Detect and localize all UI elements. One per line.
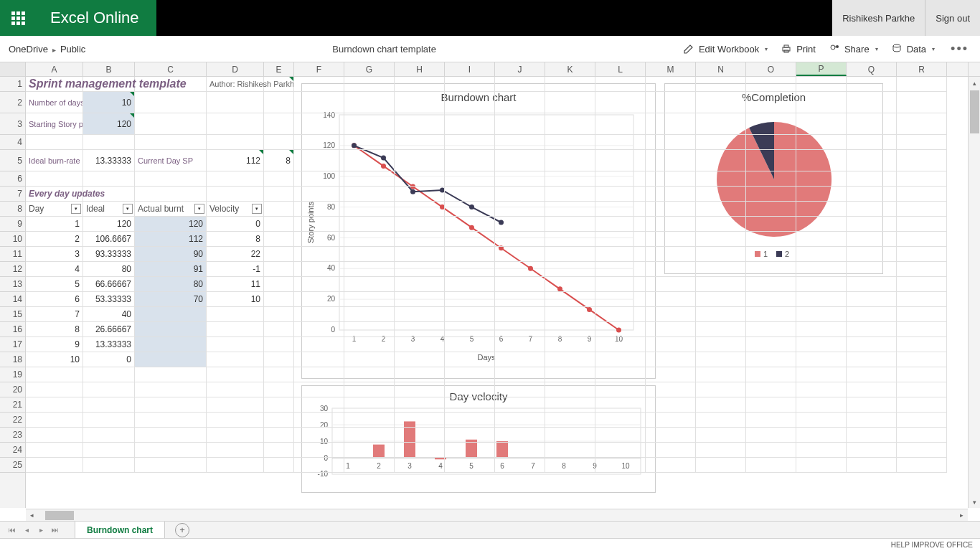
cell-K14[interactable]: [545, 292, 595, 307]
cell-N10[interactable]: [696, 232, 746, 247]
cell-F12[interactable]: [294, 262, 344, 277]
cell-C21[interactable]: [135, 397, 207, 413]
cell-N7[interactable]: [696, 187, 746, 202]
cell-M5[interactable]: [646, 150, 696, 171]
cell-R18[interactable]: [897, 352, 947, 367]
cell-R14[interactable]: [897, 292, 947, 307]
cell-R21[interactable]: [897, 397, 947, 413]
ideal-7[interactable]: 40: [83, 307, 135, 322]
cell-N20[interactable]: [696, 382, 746, 397]
cell-I5[interactable]: [445, 150, 495, 171]
cell-K13[interactable]: [545, 277, 595, 292]
cell-N17[interactable]: [696, 337, 746, 352]
cell-Q6[interactable]: [847, 171, 897, 187]
cell-O7[interactable]: [746, 187, 796, 202]
cell-E3[interactable]: [264, 113, 294, 135]
cell-Q5[interactable]: [847, 150, 897, 171]
cell-O24[interactable]: [746, 443, 796, 458]
cell-F23[interactable]: [294, 428, 344, 443]
column-header-A[interactable]: A: [26, 62, 83, 76]
cell-P21[interactable]: [796, 397, 847, 413]
cell-Q17[interactable]: [847, 337, 897, 352]
day-7[interactable]: 7: [26, 307, 83, 322]
cell-P1[interactable]: [796, 77, 847, 92]
cell-G22[interactable]: [344, 413, 395, 428]
cell-Q10[interactable]: [847, 232, 897, 247]
cell-N8[interactable]: [696, 202, 746, 217]
spreadsheet-grid[interactable]: Burndown chart: [26, 77, 980, 508]
cell-O17[interactable]: [746, 337, 796, 352]
cell-O11[interactable]: [746, 247, 796, 262]
cell-P17[interactable]: [796, 337, 847, 352]
column-header-K[interactable]: K: [545, 62, 595, 76]
cell-Q1[interactable]: [847, 77, 897, 92]
cell-Q18[interactable]: [847, 352, 897, 367]
velocity-3[interactable]: 22: [207, 247, 264, 262]
cell-C25[interactable]: [135, 458, 207, 473]
ideal-4[interactable]: 80: [83, 262, 135, 277]
cell-N11[interactable]: [696, 247, 746, 262]
cell-L7[interactable]: [595, 187, 646, 202]
cell-H13[interactable]: [395, 277, 445, 292]
velocity-6[interactable]: 10: [207, 292, 264, 307]
cell-R22[interactable]: [897, 413, 947, 428]
column-header-E[interactable]: E: [264, 62, 294, 76]
actual-9[interactable]: [135, 337, 207, 352]
cell-J21[interactable]: [495, 397, 545, 413]
cell-J15[interactable]: [495, 307, 545, 322]
cell-M16[interactable]: [646, 322, 696, 337]
cell-L16[interactable]: [595, 322, 646, 337]
cell-J22[interactable]: [495, 413, 545, 428]
cell-I21[interactable]: [445, 397, 495, 413]
row-header-3[interactable]: 3: [0, 113, 25, 135]
cell-I6[interactable]: [445, 171, 495, 187]
cell-E25[interactable]: [264, 458, 294, 473]
cell-A19[interactable]: [26, 367, 83, 382]
cell-H19[interactable]: [395, 367, 445, 382]
cell-Q25[interactable]: [847, 458, 897, 473]
cell-O1[interactable]: [746, 77, 796, 92]
cell-G21[interactable]: [344, 397, 395, 413]
cell-M19[interactable]: [646, 367, 696, 382]
cell-R8[interactable]: [897, 202, 947, 217]
cell-N16[interactable]: [696, 322, 746, 337]
cell-O5[interactable]: [746, 150, 796, 171]
cell-N3[interactable]: [696, 113, 746, 135]
cell-E16[interactable]: [264, 322, 294, 337]
cell-K16[interactable]: [545, 322, 595, 337]
cell-E22[interactable]: [264, 413, 294, 428]
cell-L14[interactable]: [595, 292, 646, 307]
cell-Q2[interactable]: [847, 92, 897, 113]
cell-Q14[interactable]: [847, 292, 897, 307]
cell-N24[interactable]: [696, 443, 746, 458]
cell-H15[interactable]: [395, 307, 445, 322]
cell-J17[interactable]: [495, 337, 545, 352]
sheet-last-button[interactable]: ⏭: [49, 524, 62, 537]
filter-button[interactable]: ▾: [71, 204, 81, 214]
cell-L24[interactable]: [595, 443, 646, 458]
cell-J9[interactable]: [495, 217, 545, 232]
cell-A24[interactable]: [26, 443, 83, 458]
velocity-4[interactable]: -1: [207, 262, 264, 277]
cell-P22[interactable]: [796, 413, 847, 428]
row-header-13[interactable]: 13: [0, 277, 25, 292]
actual-3[interactable]: 90: [135, 247, 207, 262]
cell-O14[interactable]: [746, 292, 796, 307]
sheet-first-button[interactable]: ⏮: [6, 524, 19, 537]
cell-M24[interactable]: [646, 443, 696, 458]
sheet-title[interactable]: Sprint management template: [26, 77, 207, 92]
cell-R4[interactable]: [897, 135, 947, 150]
cell-P25[interactable]: [796, 458, 847, 473]
cell-E13[interactable]: [264, 277, 294, 292]
cell-E10[interactable]: [264, 232, 294, 247]
cell-R7[interactable]: [897, 187, 947, 202]
current-sp-value[interactable]: 112: [207, 150, 264, 171]
cell-F1[interactable]: [294, 77, 344, 92]
column-header-F[interactable]: F: [294, 62, 344, 76]
cell-P4[interactable]: [796, 135, 847, 150]
col-actual-header[interactable]: Actual burnt▾: [135, 202, 207, 217]
cell-Q7[interactable]: [847, 187, 897, 202]
filter-button[interactable]: ▾: [123, 204, 133, 214]
column-header-R[interactable]: R: [897, 62, 947, 76]
row-header-25[interactable]: 25: [0, 458, 25, 473]
